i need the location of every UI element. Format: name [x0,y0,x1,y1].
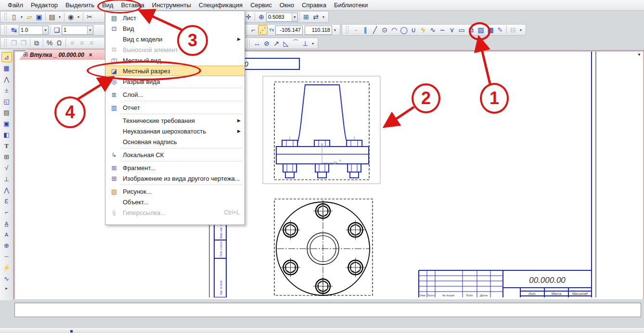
new-document-dropdown-icon[interactable]: ▾ [19,12,25,22]
circle-leader-tool-icon[interactable]: ⊕ [1,240,12,251]
coords-overflow-icon[interactable]: ▾ [332,25,338,35]
menu-item-picture[interactable]: ▧Рисунок... [105,186,245,197]
dimensions-overflow-icon[interactable]: ▾ [310,39,316,48]
panel-expander-icon[interactable]: ▸ [5,286,8,291]
save-icon[interactable]: ▣ [34,12,44,22]
menu-item-fragment[interactable]: ⊞Фрагмент... [105,162,245,173]
dimensions-panel-icon[interactable]: ▦ [1,63,12,73]
menu-item-layer[interactable]: ≣Слой... [105,89,245,100]
menu-help[interactable]: Справка [298,0,330,10]
wave-break-tool-icon[interactable]: ∿ [1,274,12,284]
menu-item-object[interactable]: Объект... [105,197,245,207]
geometry-overflow-icon[interactable]: ▾ [518,25,524,35]
open-icon[interactable]: ▱ [25,12,34,22]
selection-panel-icon[interactable]: ▣ [1,119,12,129]
nurbs-tool-icon[interactable]: ∪ [409,25,418,35]
rebuild-sheet-icon[interactable]: ⊞ [301,12,311,22]
menu-file[interactable]: Файл [4,0,27,10]
document-tab[interactable]: ⊞ Втулка _ 00.000.00 × [19,49,114,60]
segment-tool-icon[interactable]: ╱ [370,25,380,35]
corner-mode-icon[interactable]: ⌐ [248,25,258,35]
editing-panel-icon[interactable]: ± [1,85,12,95]
roughness-tool-icon[interactable]: √ [1,163,12,173]
menu-item-local-cs[interactable]: ↳Локальная СК [105,149,245,160]
position-arrow-icon[interactable]: A [1,229,12,240]
snap-mode-icon[interactable]: ⋰ [258,25,268,35]
layers-icon[interactable]: ❏ [52,25,62,35]
diameter-dimension-icon[interactable]: ⊘ [262,39,271,48]
rectangle-tool-icon[interactable]: ▭ [457,25,466,35]
cut-icon[interactable]: ✂ [85,12,94,22]
print-preview-icon[interactable]: ◉ [66,12,76,22]
layer-combo-dropdown-icon[interactable]: ▾ [87,26,93,34]
scale-input[interactable] [19,27,42,34]
radial-dimension-icon[interactable]: ↗ [271,39,281,48]
print-icon[interactable]: ▤ [47,12,57,22]
menu-item-sheet[interactable]: ▤Лист [105,13,245,23]
coordinate-y-field[interactable]: 110.118 [305,26,332,35]
chamfer-tool-icon[interactable]: ⋎ [447,25,457,35]
menu-specification[interactable]: Спецификация [195,0,246,10]
text-tool-icon[interactable]: T [1,141,12,151]
specification-panel-icon[interactable]: ◧ [1,130,12,140]
zoom-combo-dropdown-icon[interactable]: ▾ [292,13,297,21]
zoom-scale-combo[interactable]: ▾ [266,13,298,22]
arc-tool-icon[interactable]: ◠ [389,25,399,35]
parallel-line-tool-icon[interactable]: ∥ [361,25,370,35]
measure-panel-icon[interactable]: ▤ [1,107,12,118]
message-bar[interactable] [14,303,641,317]
centerline-tool-icon[interactable]: ┄ [1,252,12,262]
circle-tool-icon[interactable]: ⊙ [380,25,389,35]
menu-window[interactable]: Окно [276,0,298,10]
percent-mark-icon[interactable]: % [45,38,54,48]
omega-symbol-icon[interactable]: Ω [54,38,64,48]
callout-tool-icon[interactable]: ⌐ [1,207,12,217]
linear-dimension-icon[interactable]: ↔ [252,39,262,48]
polyline-tool-icon[interactable]: ∿ [428,25,438,35]
dimension-style-icon[interactable]: ↹ [9,25,19,35]
geometry-panel-icon[interactable]: ⊿ [1,52,12,62]
bezier-tool-icon[interactable]: ϟ [418,25,428,35]
toolbar-overflow-icon[interactable]: ▾ [321,12,326,22]
base-dimension-icon[interactable]: ⊥ [300,39,310,48]
leader-tool-icon[interactable]: ⋀ [1,185,12,195]
point-tool-icon[interactable]: · [351,25,361,35]
new-document-icon[interactable]: ▯ [9,12,19,22]
print-dropdown-icon[interactable]: ▾ [57,12,63,22]
menu-item-view-from-model[interactable]: Вид с модели▶ [105,34,245,44]
menu-item-view[interactable]: ⊡Вид [105,23,245,34]
layer-input[interactable] [62,27,87,34]
coordinate-x-field[interactable]: -105.147 [275,26,303,35]
brush-style-tool-icon[interactable]: ✎ [495,25,505,35]
menu-editor[interactable]: Редактор [27,0,62,10]
document-tab-close-icon[interactable]: × [89,52,92,58]
zoom-window-icon[interactable]: ⊕ [257,12,266,22]
menu-tools[interactable]: Инструменты [148,0,195,10]
menu-select[interactable]: Выделить [62,0,98,10]
menu-service[interactable]: Сервис [246,0,276,10]
menu-item-unspecified-roughness[interactable]: Неуказанная шероховатость▶ [105,126,245,136]
menu-item-title-block[interactable]: Основная надпись [105,136,245,147]
designation-panel-icon[interactable]: ⋀ [1,74,12,84]
curve-tool-icon[interactable]: ∼ [438,25,447,35]
refresh-view-icon[interactable]: ⇄ [311,12,321,22]
marking-tool-icon[interactable]: Ɛ [1,196,12,206]
angular-dimension-icon[interactable]: ◺ [281,39,291,48]
autoaxis-tool-icon[interactable]: ⚡ [1,263,12,273]
pan-icon[interactable]: ✛ [244,12,253,22]
menu-libraries[interactable]: Библиотеки [330,0,372,10]
arc-dimension-icon[interactable]: ⌒ [291,39,300,48]
scale-combo-dropdown-icon[interactable]: ▾ [42,26,48,34]
zoom-scale-input[interactable] [267,13,292,21]
scale-combo[interactable]: ▾ [19,26,49,35]
layer-combo[interactable]: ▾ [62,26,93,35]
table-tool-icon[interactable]: ⊞ [1,152,12,162]
datum-tool-icon[interactable]: ⊥ [1,174,12,184]
menu-item-image-from-other-drawing[interactable]: ⊞Изображение из вида другого чертежа... [105,173,245,184]
parameterization-panel-icon[interactable]: ◱ [1,96,12,107]
ellipse-tool-icon[interactable]: ◯ [399,25,409,35]
position-mark-icon[interactable]: A [1,218,12,228]
menu-item-tech-requirements[interactable]: Технические требования▶ [105,115,245,126]
paste-special-icon[interactable]: ⧉ [32,38,41,48]
preview-dropdown-icon[interactable]: ▾ [76,12,81,22]
